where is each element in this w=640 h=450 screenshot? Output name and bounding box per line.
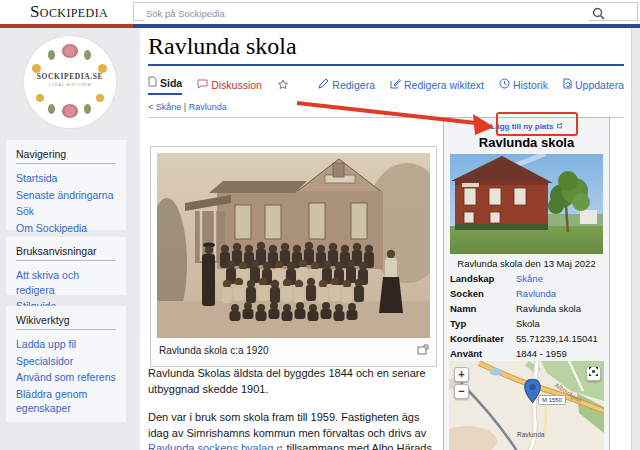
sidebar-section-bruksanvisningar: Bruksanvisningar Att skriva och redigera… xyxy=(6,237,126,295)
sidebar-item-anvand-som-referens[interactable]: Använd som referens xyxy=(6,369,126,386)
sidebar-section-wikiverktyg: Wikiverktyg Ladda upp fil Specialsidor A… xyxy=(6,306,126,422)
sidebar-item-specialsidor[interactable]: Specialsidor xyxy=(6,353,126,370)
sidebar-heading: Navigering xyxy=(6,140,126,163)
school-photo-2022[interactable] xyxy=(450,154,603,254)
heading-rule xyxy=(16,163,116,164)
infobox-table: LandskapSkåne SockenRavlunda NamnRavlund… xyxy=(450,271,603,361)
heading-rule xyxy=(16,260,116,261)
table-row: NamnRavlunda skola xyxy=(450,301,603,316)
action-redigera[interactable]: Redigera xyxy=(318,78,375,95)
value-link-ravlunda[interactable]: Ravlunda xyxy=(516,288,556,299)
external-link-icon xyxy=(273,442,283,450)
table-row: TypSkola xyxy=(450,316,603,331)
fullscreen-arrows-icon xyxy=(589,367,598,376)
tab-sida[interactable]: Sida xyxy=(148,76,182,95)
search-icon[interactable] xyxy=(592,6,605,24)
header-accent-red xyxy=(0,24,133,28)
logo-flower-icon xyxy=(96,94,104,102)
tab-diskussion[interactable]: Diskussion xyxy=(197,79,262,95)
sidebar-item-om-sockipedia[interactable]: Om Sockipedia xyxy=(6,220,126,237)
pencil-square-icon xyxy=(390,78,401,91)
road-ref-label: M 1550 xyxy=(538,395,566,405)
clock-icon xyxy=(499,78,510,91)
refresh-page-icon xyxy=(563,78,572,91)
breadcrumb: < Skåne | Ravlunda xyxy=(148,102,227,112)
logo-flower-icon xyxy=(62,44,78,58)
map-zoom-out-button[interactable]: − xyxy=(454,384,469,399)
search-box[interactable] xyxy=(133,2,638,21)
table-row: LandskapSkåne xyxy=(450,271,603,286)
external-link-byalag[interactable]: Ravlunda sockens byalag xyxy=(148,442,273,450)
logo-leaf-icon xyxy=(48,50,55,60)
sidebar-item-att-skriva[interactable]: Att skriva och redigera xyxy=(6,267,126,298)
table-row: Koordinater55.71239,14.15041 xyxy=(450,331,603,346)
tab-bar: Sida Diskussion Redigera Redigera wikite xyxy=(148,76,624,95)
infobox-title: Ravlunda skola xyxy=(444,135,609,150)
logo-flower-icon xyxy=(36,94,44,102)
pencil-icon xyxy=(318,78,329,91)
site-logo[interactable]: SOCKIPEDIA.SE LOKAL HISTORIA xyxy=(24,36,116,128)
action-redigera-wikitext[interactable]: Redigera wikitext xyxy=(390,78,484,95)
page-icon xyxy=(148,76,157,89)
breadcrumb-link-skane[interactable]: Skåne xyxy=(156,102,182,112)
logo-subtitle: LOKAL HISTORIA xyxy=(24,83,116,87)
sidebar-item-sok[interactable]: Sök xyxy=(6,203,126,220)
paragraph: Ravlunda Skolas äldsta del byggdes 1844 … xyxy=(148,366,440,397)
breadcrumb-link-ravlunda[interactable]: Ravlunda xyxy=(189,102,227,112)
external-link-icon xyxy=(556,122,563,129)
map-zoom-in-button[interactable]: + xyxy=(454,367,469,382)
site-wordmark[interactable]: Sockipedia xyxy=(30,2,108,22)
action-uppdatera[interactable]: Uppdatera xyxy=(563,78,624,95)
logo-flower-icon xyxy=(62,104,78,118)
logo-leaf-icon xyxy=(84,50,91,60)
sidebar-heading: Wikiverktyg xyxy=(6,306,126,329)
add-place-link[interactable]: Lägg till ny plats xyxy=(444,122,609,131)
sidebar-item-senaste-andringarna[interactable]: Senaste ändringarna xyxy=(6,187,126,204)
sidebar-section-navigation: Navigering Startsida Senaste ändringarna… xyxy=(6,140,126,230)
watch-star-icon[interactable] xyxy=(277,79,289,95)
infobox-ravlunda-skola: Lägg till ny plats Ravlunda skola xyxy=(443,117,610,450)
location-map[interactable]: + − M 1550 Albovägen Ravlunda xyxy=(449,361,604,450)
article-body: Ravlunda Skolas äldsta del byggdes 1844 … xyxy=(148,366,440,450)
table-row: Använt1844 - 1959 xyxy=(450,346,603,361)
speech-bubble-icon xyxy=(197,79,208,91)
table-row: SockenRavlunda xyxy=(450,286,603,301)
top-header: Sockipedia xyxy=(0,0,640,24)
historic-school-photo xyxy=(157,153,430,338)
action-historik[interactable]: Historik xyxy=(499,78,548,95)
sidebar-heading: Bruksanvisningar xyxy=(6,237,126,260)
place-label: Ravlunda xyxy=(517,431,544,438)
paragraph: Den var i bruk som skola fram till 1959.… xyxy=(148,410,440,450)
logo-leaf-icon xyxy=(84,104,91,114)
image-caption: Ravlunda skola c:a 1920 xyxy=(159,345,269,356)
logo-leaf-icon xyxy=(48,104,55,114)
heading-rule xyxy=(16,329,116,330)
sidebar-item-startsida[interactable]: Startsida xyxy=(6,170,126,187)
sockipedia-page: Sockipedia SOCKIPEDIA.SE LOKAL HISTORIA … xyxy=(0,0,640,450)
value-link-skane[interactable]: Skåne xyxy=(516,273,543,284)
article-image-frame[interactable]: Ravlunda skola c:a 1920 xyxy=(150,146,437,367)
logo-title: SOCKIPEDIA.SE xyxy=(24,72,116,81)
infobox-photo-caption: Ravlunda skola den 13 Maj 2022 xyxy=(444,258,609,269)
sidebar-item-bladdra-genom-egenskaper[interactable]: Bläddra genom egenskaper xyxy=(6,386,126,417)
search-input[interactable] xyxy=(144,5,588,22)
sidebar-item-ladda-upp-fil[interactable]: Ladda upp fil xyxy=(6,336,126,353)
page-title: Ravlunda skola xyxy=(148,33,624,66)
map-fullscreen-button[interactable] xyxy=(586,366,601,381)
expand-image-icon[interactable] xyxy=(417,344,429,357)
